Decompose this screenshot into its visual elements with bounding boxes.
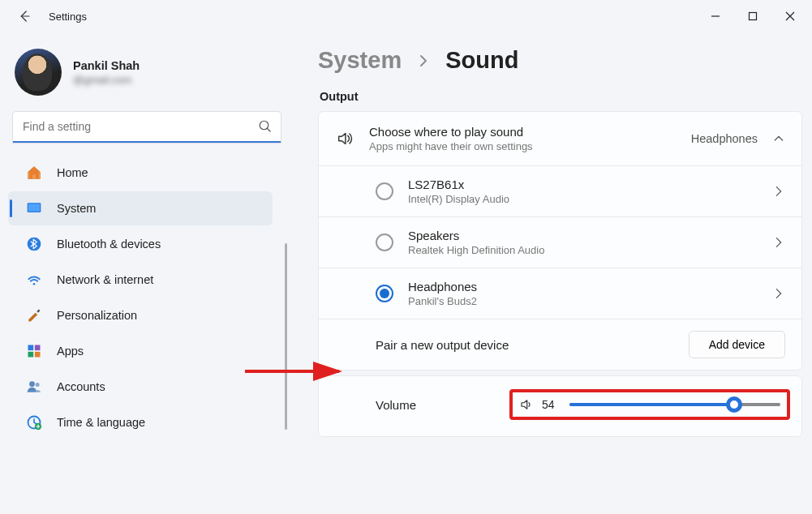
pair-label: Pair a new output device: [376, 338, 509, 352]
nav: Home System Bluetooth & devices Network …: [2, 156, 292, 439]
breadcrumb-parent[interactable]: System: [318, 47, 402, 74]
svg-rect-0: [750, 13, 757, 20]
home-icon: [26, 165, 42, 181]
chevron-right-icon[interactable]: [772, 287, 785, 300]
volume-icon: [335, 130, 354, 148]
back-button[interactable]: [10, 2, 39, 31]
chevron-right-icon: [416, 54, 431, 68]
titlebar: Settings: [0, 0, 812, 32]
volume-label: Volume: [376, 398, 416, 412]
window-title: Settings: [49, 11, 87, 23]
add-device-button[interactable]: Add device: [689, 331, 785, 358]
scroll-indicator[interactable]: [285, 243, 287, 430]
device-title: Headphones: [408, 280, 477, 293]
device-title: Speakers: [408, 229, 544, 242]
breadcrumb: System Sound: [318, 47, 802, 74]
device-sub: Intel(R) Display Audio: [408, 193, 509, 205]
bluetooth-icon: [26, 236, 42, 252]
sidebar-item-apps[interactable]: Apps: [8, 334, 273, 368]
sidebar-item-label: Apps: [57, 345, 84, 358]
sidebar-item-label: Home: [57, 166, 88, 179]
radio-unchecked[interactable]: [376, 233, 393, 251]
svg-rect-5: [28, 345, 34, 351]
device-row[interactable]: LS27B61x Intel(R) Display Audio: [319, 165, 801, 216]
svg-point-9: [29, 381, 35, 387]
device-row[interactable]: Speakers Realtek High Definition Audio: [319, 216, 801, 268]
sidebar-item-time[interactable]: Time & language: [8, 405, 273, 439]
arrow-left-icon: [17, 9, 32, 24]
avatar: [15, 49, 62, 96]
volume-small-icon[interactable]: [519, 397, 534, 412]
volume-card: Volume 54: [318, 375, 802, 437]
breadcrumb-current: Sound: [445, 47, 518, 74]
sidebar-item-accounts[interactable]: Accounts: [8, 370, 273, 404]
svg-rect-3: [28, 204, 40, 212]
close-icon: [785, 11, 795, 21]
sidebar-item-label: System: [57, 202, 96, 215]
system-icon: [26, 200, 42, 216]
maximize-button[interactable]: [734, 2, 771, 30]
minimize-icon: [711, 11, 720, 21]
device-sub: Pankil's Buds2: [408, 295, 477, 307]
device-row[interactable]: Headphones Pankil's Buds2: [319, 268, 801, 319]
sidebar-item-personalization[interactable]: Personalization: [8, 298, 273, 332]
svg-rect-8: [35, 352, 41, 358]
device-list: LS27B61x Intel(R) Display Audio Speakers…: [319, 165, 801, 319]
search-icon: [258, 119, 273, 134]
maximize-icon: [748, 11, 758, 21]
svg-rect-7: [28, 352, 34, 358]
profile-name: Pankil Shah: [73, 59, 140, 72]
device-sub: Realtek High Definition Audio: [408, 244, 544, 256]
sidebar-item-label: Time & language: [57, 416, 145, 429]
chevron-up-icon: [772, 132, 785, 145]
apps-icon: [26, 343, 42, 359]
choose-output-row[interactable]: Choose where to play sound Apps might ha…: [319, 112, 801, 165]
sidebar-item-network[interactable]: Network & internet: [8, 263, 273, 297]
sidebar-item-label: Accounts: [57, 380, 105, 393]
choose-output-sub: Apps might have their own settings: [369, 140, 533, 152]
sidebar: Pankil Shah @gmail.com Home System Bluet…: [0, 32, 292, 514]
svg-rect-6: [35, 345, 41, 351]
pair-row: Pair a new output device Add device: [319, 319, 801, 370]
profile-email: @gmail.com: [73, 74, 140, 86]
sidebar-item-label: Bluetooth & devices: [57, 238, 161, 251]
volume-value: 54: [542, 398, 561, 411]
search-box: [13, 112, 281, 143]
choose-output-value: Headphones: [691, 132, 758, 145]
sidebar-item-label: Personalization: [57, 309, 137, 322]
choose-output-title: Choose where to play sound: [369, 125, 533, 139]
sidebar-item-bluetooth[interactable]: Bluetooth & devices: [8, 227, 273, 261]
close-button[interactable]: [771, 2, 809, 30]
minimize-button[interactable]: [697, 2, 734, 30]
search-input[interactable]: [13, 112, 281, 143]
chevron-right-icon[interactable]: [772, 185, 785, 198]
radio-unchecked[interactable]: [376, 182, 393, 200]
output-card: Choose where to play sound Apps might ha…: [318, 111, 802, 371]
brush-icon: [26, 307, 42, 323]
chevron-right-icon[interactable]: [772, 236, 785, 249]
main: System Sound Output Choose where to play…: [292, 32, 812, 514]
volume-slider[interactable]: [569, 403, 780, 406]
accounts-icon: [26, 379, 42, 395]
svg-point-10: [36, 383, 40, 387]
sidebar-item-system[interactable]: System: [8, 191, 273, 225]
sidebar-item-home[interactable]: Home: [8, 156, 273, 190]
profile[interactable]: Pankil Shah @gmail.com: [2, 39, 292, 110]
device-title: LS27B61x: [408, 178, 509, 191]
wifi-icon: [26, 272, 42, 288]
section-output: Output: [320, 90, 802, 103]
time-icon: [26, 414, 42, 430]
radio-checked[interactable]: [376, 285, 393, 302]
volume-box: 54: [509, 389, 790, 420]
sidebar-item-label: Network & internet: [57, 273, 153, 286]
